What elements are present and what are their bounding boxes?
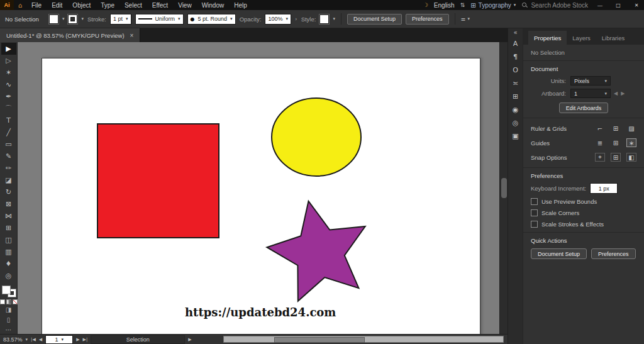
close-button[interactable]: ✕ <box>630 0 643 10</box>
pencil-tool-icon[interactable]: ✏ <box>1 162 16 174</box>
show-guides-icon[interactable]: ≣ <box>595 138 605 147</box>
menu-window[interactable]: Window <box>197 0 230 10</box>
use-preview-bounds-checkbox[interactable] <box>531 198 538 205</box>
purple-star-shape[interactable] <box>267 201 365 301</box>
status-menu-icon[interactable]: ▶ <box>188 337 191 342</box>
restore-button[interactable]: □ <box>612 0 625 10</box>
scale-strokes-effects-checkbox[interactable] <box>531 221 538 228</box>
prev-artboard-button[interactable]: ◀ <box>614 91 618 96</box>
lasso-tool-icon[interactable]: ∿ <box>1 79 16 91</box>
paintbrush-tool-icon[interactable]: ✎ <box>1 150 16 162</box>
transparency-grid-icon[interactable]: ▨ <box>626 124 636 133</box>
edit-artboards-button[interactable]: Edit Artboards <box>559 103 609 113</box>
brush-select[interactable]: ● 5 pt. Round ▾ <box>187 14 236 25</box>
keyboard-increment-field[interactable]: 1 px <box>590 183 618 194</box>
canvas[interactable]: https://updatebd24.com <box>18 42 499 334</box>
vertical-scrollbar[interactable] <box>499 42 508 334</box>
transform-panel-icon[interactable]: ⊞ <box>509 90 522 103</box>
next-artboard-button[interactable]: ▶ <box>621 91 625 96</box>
preferences-button[interactable]: Preferences <box>406 14 449 25</box>
opacity-panel-chevron-icon[interactable]: › <box>295 16 297 22</box>
curvature-tool-icon[interactable]: ⌒ <box>1 103 16 114</box>
units-select[interactable]: Pixels ▾ <box>570 76 611 86</box>
quick-document-setup-button[interactable]: Document Setup <box>531 248 587 259</box>
stroke-color-swatch[interactable] <box>68 14 77 24</box>
eyedropper-tool-icon[interactable]: ♦ <box>1 258 16 270</box>
menu-object[interactable]: Object <box>67 0 96 10</box>
gradient-tool-icon[interactable]: ▥ <box>1 246 16 258</box>
home-icon[interactable]: ⌂ <box>14 2 26 9</box>
align-options-menu[interactable]: ≡ ▾ <box>461 16 470 23</box>
paragraph-panel-icon[interactable]: ¶ <box>509 50 522 64</box>
menu-help[interactable]: Help <box>229 0 252 10</box>
none-fill-icon[interactable] <box>13 299 18 304</box>
artboard-nav-field[interactable]: 1 ▾ <box>45 335 73 344</box>
smart-guides-icon[interactable]: ∗ <box>626 138 636 147</box>
show-grid-icon[interactable]: ⊞ <box>611 124 621 133</box>
lock-guides-icon[interactable]: ⊞ <box>611 138 621 147</box>
selection-tool-icon[interactable]: ▶ <box>1 43 16 55</box>
language-label[interactable]: English <box>434 2 455 9</box>
menu-file[interactable]: File <box>26 0 47 10</box>
libraries-panel-icon[interactable]: ▣ <box>509 130 522 143</box>
red-rectangle-shape[interactable] <box>97 124 219 238</box>
next-artboard-icon[interactable]: ▶ <box>76 337 79 342</box>
rotate-tool-icon[interactable]: ↻ <box>1 186 16 198</box>
draw-mode-icon[interactable]: ◨ <box>1 306 16 314</box>
show-rulers-icon[interactable]: ⌐ <box>595 124 605 133</box>
quick-preferences-button[interactable]: Preferences <box>591 248 636 259</box>
menu-type[interactable]: Type <box>96 0 119 10</box>
menu-effect[interactable]: Effect <box>147 0 173 10</box>
tab-close-icon[interactable]: × <box>130 32 134 39</box>
scale-tool-icon[interactable]: ⊠ <box>1 198 16 210</box>
scale-corners-checkbox[interactable] <box>531 209 538 216</box>
style-chevron-icon[interactable]: ▾ <box>333 16 335 21</box>
magic-wand-tool-icon[interactable]: ✶ <box>1 67 16 79</box>
eraser-tool-icon[interactable]: ◪ <box>1 174 16 186</box>
gradient-fill-icon[interactable] <box>6 299 11 304</box>
horizontal-scrollbar[interactable] <box>223 336 504 343</box>
tab-layers[interactable]: Layers <box>567 31 596 45</box>
opentype-panel-icon[interactable]: O <box>509 64 522 77</box>
zoom-level[interactable]: 83.57% <box>3 336 23 343</box>
menu-view[interactable]: View <box>173 0 197 10</box>
tab-libraries[interactable]: Libraries <box>596 31 630 45</box>
stroke-chevron-icon[interactable]: ▾ <box>81 16 84 21</box>
width-profile-select[interactable]: Uniform ▾ <box>135 14 184 25</box>
stroke-weight-field[interactable]: 1 pt ▾ <box>110 14 131 25</box>
shape-builder-tool-icon[interactable]: ◫ <box>1 234 16 246</box>
fill-chevron-icon[interactable]: ▾ <box>62 16 65 21</box>
screen-mode-icon[interactable]: ▯ <box>1 316 16 324</box>
yellow-ellipse-shape[interactable] <box>272 98 361 176</box>
character-panel-icon[interactable]: A <box>509 37 522 50</box>
workspace-switcher[interactable]: ⊞ Typography ▾ <box>470 2 516 9</box>
width-tool-icon[interactable]: ⋈ <box>1 210 16 222</box>
snap-to-pixel-icon[interactable]: ◧ <box>626 153 636 162</box>
opacity-field[interactable]: 100% ▾ <box>265 14 291 25</box>
free-transform-tool-icon[interactable]: ⊞ <box>1 222 16 234</box>
pen-tool-icon[interactable]: ✒ <box>1 91 16 103</box>
minimize-button[interactable]: — <box>594 0 606 10</box>
zoom-chevron-icon[interactable]: ▾ <box>26 337 28 342</box>
stock-search[interactable]: Search Adobe Stock <box>521 2 588 9</box>
line-segment-tool-icon[interactable]: ╱ <box>1 126 16 138</box>
first-artboard-icon[interactable]: |◀ <box>31 337 36 342</box>
collapse-panels-icon[interactable]: « <box>513 28 517 37</box>
align-panel-icon[interactable]: ≍ <box>509 77 522 90</box>
fill-color-swatch[interactable] <box>49 14 58 24</box>
sync-icon[interactable]: ⇅ <box>460 2 465 8</box>
type-tool-icon[interactable]: T <box>1 114 16 126</box>
menu-edit[interactable]: Edit <box>47 0 67 10</box>
snap-to-point-icon[interactable]: ⌖ <box>595 153 605 162</box>
rectangle-tool-icon[interactable]: ▭ <box>1 138 16 150</box>
style-swatch[interactable] <box>319 14 329 24</box>
vertical-scrollbar-thumb[interactable] <box>501 178 507 198</box>
appearance-panel-icon[interactable]: ◎ <box>509 116 522 130</box>
color-panel-icon[interactable]: ◉ <box>509 103 522 116</box>
fill-indicator-icon[interactable] <box>2 286 11 294</box>
snap-to-grid-icon[interactable]: ⊞ <box>611 153 621 162</box>
horizontal-scrollbar-thumb[interactable] <box>274 337 365 343</box>
document-setup-button[interactable]: Document Setup <box>347 14 402 25</box>
previous-artboard-icon[interactable]: ◀ <box>39 337 42 342</box>
zoom-tool-icon[interactable]: ◎ <box>1 270 16 282</box>
